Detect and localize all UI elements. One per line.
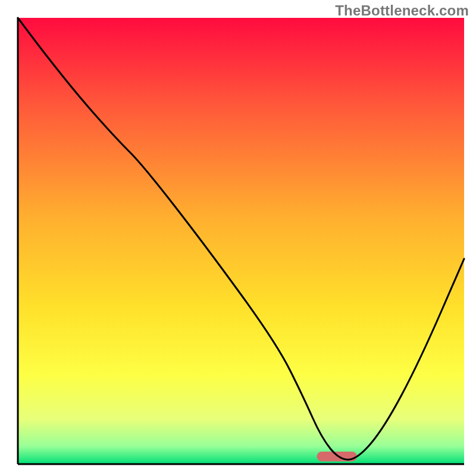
chart-container: TheBottleneck.com [0, 0, 476, 476]
plot-background [18, 18, 464, 464]
bottleneck-chart [0, 0, 476, 476]
